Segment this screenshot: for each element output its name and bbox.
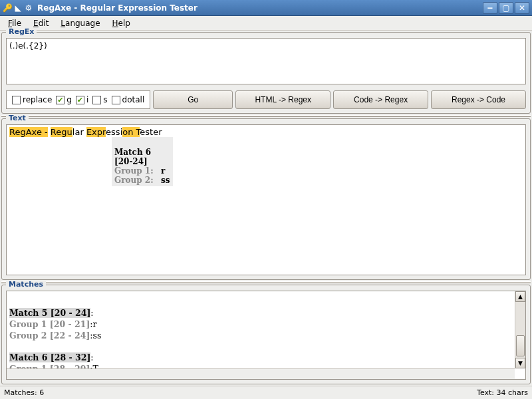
gear-icon: ⚙ [24, 3, 33, 13]
menubar: File Edit Language Help [0, 16, 532, 31]
menu-language[interactable]: Language [57, 17, 104, 29]
minimize-button[interactable]: ‒ [483, 2, 497, 14]
flag-i[interactable]: i [76, 95, 88, 104]
scroll-up-icon[interactable]: ▲ [515, 291, 525, 302]
close-button[interactable]: ✕ [515, 2, 529, 14]
scroll-down-icon[interactable]: ▼ [515, 358, 525, 368]
match-tooltip: Match 6 [20-24] Group 1: r Group 2: ss [112, 137, 173, 186]
splitter-1[interactable] [1, 115, 531, 117]
go-button[interactable]: Go [153, 90, 233, 109]
code-to-regex-button[interactable]: Code -> Regex [333, 90, 428, 109]
matches-scrollbar-horizontal[interactable] [7, 368, 515, 379]
status-matches: Matches: 6 [4, 388, 44, 397]
splitter-2[interactable] [1, 281, 531, 283]
titlebar-icons: 🔑 ◣ ⚙ [3, 3, 33, 13]
titlebar: 🔑 ◣ ⚙ RegAxe - Regular Expression Tester… [0, 0, 532, 16]
match-header: Match 6 [28 - 32]: [9, 352, 511, 364]
match-header: Match 5 [20 - 24]: [9, 308, 511, 319]
text-group-label: Text [6, 114, 29, 122]
matches-group: Matches Match 5 [20 - 24]:Group 1 [20 - … [1, 285, 531, 384]
scroll-thumb[interactable] [516, 335, 525, 356]
arrow-icon: ◣ [13, 3, 23, 13]
flags-box: replace g i s dotall [6, 90, 150, 109]
matches-output[interactable]: Match 5 [20 - 24]:Group 1 [20 - 21]:rGro… [6, 291, 526, 380]
regex-to-code-button[interactable]: Regex -> Code [431, 90, 526, 109]
matches-group-label: Matches [6, 280, 46, 289]
text-input[interactable]: RegAxe - Regular Expression Tester Match… [6, 124, 526, 275]
text-group: Text RegAxe - Regular Expression Tester … [1, 118, 531, 280]
matches-scrollbar-vertical[interactable]: ▲ ▼ [515, 291, 525, 368]
key-icon: 🔑 [3, 3, 12, 13]
statusbar: Matches: 6 Text: 34 chars [0, 386, 532, 399]
menu-help[interactable]: Help [108, 17, 134, 29]
flag-replace[interactable]: replace [12, 95, 52, 104]
match-group-line: Group 2 [22 - 24]:ss [9, 331, 511, 342]
status-text-length: Text: 34 chars [477, 388, 528, 397]
regex-group-label: RegEx [6, 27, 37, 36]
window-title: RegAxe - Regular Expression Tester [37, 3, 198, 13]
regex-group: RegEx replace g i s dotall Go HTML -> Re… [1, 32, 531, 114]
maximize-button[interactable]: ▢ [499, 2, 513, 14]
match-group-line: Group 1 [20 - 21]:r [9, 319, 511, 331]
regex-input[interactable] [6, 38, 526, 84]
flag-dotall[interactable]: dotall [112, 95, 145, 104]
flag-s[interactable]: s [92, 95, 107, 104]
flag-g[interactable]: g [56, 95, 72, 104]
html-to-regex-button[interactable]: HTML -> Regex [235, 90, 331, 109]
